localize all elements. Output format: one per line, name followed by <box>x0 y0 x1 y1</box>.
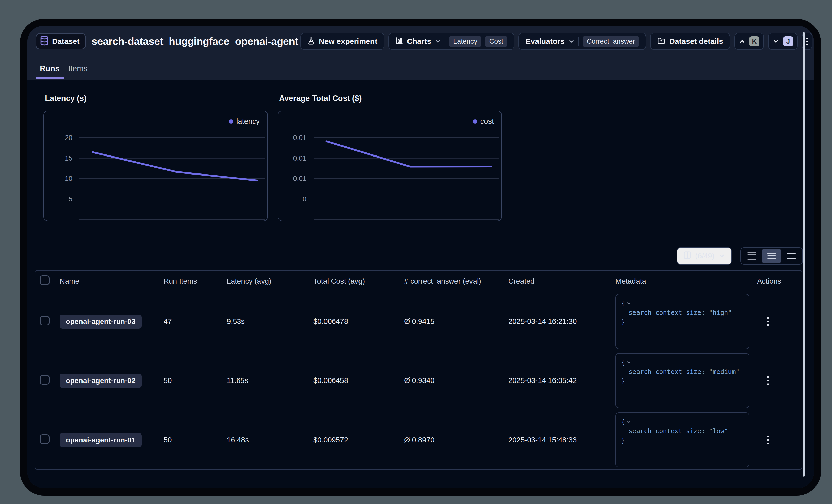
row-actions-kebab-button[interactable] <box>762 436 773 444</box>
run-items-cell: 50 <box>163 376 227 385</box>
run-items-cell: 50 <box>163 436 227 444</box>
folder-icon <box>657 37 666 46</box>
col-header-latency: Latency (avg) <box>227 277 313 285</box>
row-height-tall-option[interactable] <box>781 249 801 263</box>
row-checkbox[interactable] <box>40 375 50 385</box>
json-collapse-chevron-icon[interactable] <box>626 360 631 365</box>
metadata-json-box: { search_context_size: "high" } <box>616 294 750 349</box>
table-row: openai-agent-run-02 50 11.65s $0.006458 … <box>35 351 802 411</box>
table-toolbar: (6/49) <box>677 247 803 264</box>
evaluators-badge-correct-answer[interactable]: Correct_answer <box>583 36 639 47</box>
run-name-badge[interactable]: openai-agent-run-02 <box>60 374 142 388</box>
evaluators-label: Evaluators <box>525 37 564 46</box>
latency-cell: 11.65s <box>227 376 313 385</box>
tab-items[interactable]: Items <box>64 64 92 79</box>
cost-line-plot <box>278 111 502 222</box>
vertical-scrollbar[interactable] <box>803 32 805 477</box>
chevron-down-icon <box>569 38 575 45</box>
chevron-up-icon <box>739 38 746 45</box>
tab-runs[interactable]: Runs <box>35 64 64 79</box>
col-header-correct-answer: # correct_answer (eval) <box>404 277 508 285</box>
charts-label: Charts <box>407 37 431 46</box>
latency-cell: 16.48s <box>227 436 313 444</box>
y-tick: 0.01 <box>278 134 307 142</box>
collapse-user-k-button[interactable]: K <box>734 33 764 50</box>
row-checkbox[interactable] <box>40 434 50 444</box>
expand-user-j-button[interactable]: J <box>768 33 798 50</box>
avatar-k: K <box>749 36 759 47</box>
y-tick: 5 <box>44 195 72 203</box>
new-experiment-button[interactable]: New experiment <box>301 33 384 50</box>
metadata-json-box: { search_context_size: "medium" } <box>616 353 750 408</box>
row-actions-kebab-button[interactable] <box>762 317 773 326</box>
run-name-badge[interactable]: openai-agent-run-03 <box>60 314 142 329</box>
database-icon <box>40 35 49 48</box>
dataset-details-label: Dataset details <box>669 37 723 46</box>
table-row: openai-agent-run-03 47 9.53s $0.006478 Ø… <box>35 292 802 351</box>
tab-bar: Runs Items <box>35 64 92 79</box>
total-cost-cell: $0.006478 <box>313 317 404 326</box>
col-header-run-items: Run Items <box>163 277 227 285</box>
table-header-row: Name Run Items Latency (avg) Total Cost … <box>35 271 802 292</box>
runs-table: Name Run Items Latency (avg) Total Cost … <box>35 270 802 470</box>
y-tick: 0 <box>278 195 307 203</box>
chart-legend: latency <box>229 117 260 125</box>
col-header-metadata: Metadata <box>616 277 757 285</box>
table-row: openai-agent-run-01 50 16.48s $0.009572 … <box>35 411 802 470</box>
y-tick: 10 <box>44 174 72 183</box>
metadata-json-line: search_context_size: "high" <box>621 308 744 317</box>
col-header-actions: Actions <box>757 277 802 285</box>
total-cost-cell: $0.009572 <box>313 436 404 444</box>
legend-dot-icon <box>473 119 477 123</box>
bar-chart-icon <box>395 37 403 46</box>
legend-dot-icon <box>229 119 233 123</box>
latency-line-plot <box>44 111 268 222</box>
evaluators-dropdown[interactable]: Evaluators Correct_answer <box>518 33 646 50</box>
json-collapse-chevron-icon[interactable] <box>626 419 631 424</box>
latency-chart-title: Latency (s) <box>45 94 268 103</box>
y-tick: 20 <box>44 134 72 142</box>
row-actions-kebab-button[interactable] <box>762 376 773 385</box>
run-items-cell: 47 <box>163 317 227 326</box>
charts-badge-latency[interactable]: Latency <box>449 36 482 47</box>
divider <box>445 36 445 46</box>
charts-badge-cost[interactable]: Cost <box>485 36 508 47</box>
row-height-compact-option[interactable] <box>742 249 762 263</box>
main-content: Latency (s) 20 15 10 5 latency Average T… <box>27 80 814 488</box>
chevron-down-icon <box>435 38 441 45</box>
cost-chart-section: Average Total Cost ($) 0.01 0.01 0.01 0 … <box>278 94 502 221</box>
created-cell: 2025-03-14 16:05:42 <box>508 376 616 385</box>
row-height-toggle <box>740 247 803 264</box>
chart-legend: cost <box>473 117 494 125</box>
dataset-details-button[interactable]: Dataset details <box>650 33 730 50</box>
columns-count-label: (6/49) <box>695 252 714 260</box>
row-height-medium-option[interactable] <box>762 249 781 263</box>
dataset-badge-label: Dataset <box>52 37 79 46</box>
charts-dropdown[interactable]: Charts Latency Cost <box>388 33 514 50</box>
column-visibility-button[interactable]: (6/49) <box>677 247 732 264</box>
latency-chart-section: Latency (s) 20 15 10 5 latency <box>44 94 268 221</box>
dataset-type-badge: Dataset <box>35 33 86 50</box>
row-checkbox[interactable] <box>40 316 50 326</box>
divider <box>578 36 579 46</box>
app-surface: Dataset search-dataset_huggingface_opena… <box>27 26 814 488</box>
chevron-down-icon <box>773 38 779 45</box>
new-experiment-label: New experiment <box>319 37 377 46</box>
app-header: Dataset search-dataset_huggingface_opena… <box>27 26 814 79</box>
json-collapse-chevron-icon[interactable] <box>626 301 631 306</box>
app-window: Dataset search-dataset_huggingface_opena… <box>20 19 821 496</box>
latency-chart: 20 15 10 5 latency <box>44 111 268 221</box>
flask-icon <box>308 36 315 47</box>
correct-answer-cell: Ø 0.8970 <box>404 436 508 444</box>
cost-chart: 0.01 0.01 0.01 0 cost <box>278 111 502 221</box>
columns-icon <box>683 251 691 261</box>
kebab-icon <box>806 37 808 45</box>
cost-chart-title: Average Total Cost ($) <box>279 94 502 103</box>
created-cell: 2025-03-14 15:48:33 <box>508 436 616 444</box>
y-tick: 0.01 <box>278 154 307 162</box>
avatar-j: J <box>783 36 793 47</box>
chevron-down-icon <box>719 253 725 259</box>
run-name-badge[interactable]: openai-agent-run-01 <box>60 433 142 447</box>
select-all-checkbox[interactable] <box>40 276 50 285</box>
legend-label: latency <box>236 117 260 125</box>
